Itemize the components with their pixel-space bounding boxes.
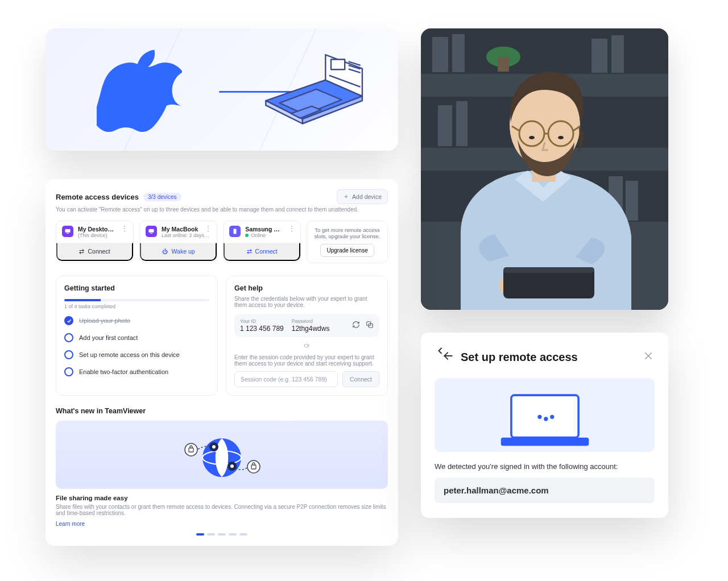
task-item[interactable]: Upload your photo <box>64 316 209 325</box>
kebab-icon[interactable]: ⋮ <box>121 226 127 231</box>
news-body: Share files with your contacts or grant … <box>56 504 388 516</box>
device-sub: (This device) <box>78 233 116 238</box>
svg-point-59 <box>550 415 554 419</box>
svg-point-47 <box>230 464 234 468</box>
circle-icon <box>64 333 73 342</box>
your-id-label: Your ID <box>240 318 284 324</box>
carousel-pager[interactable] <box>56 533 388 536</box>
whats-new-section: What's new in TeamViewer <box>56 407 388 536</box>
session-helper-text: Enter the session code provided by your … <box>234 354 379 367</box>
device-card: My Desktop PC (This device) ⋮ ⇄ Connect <box>56 221 134 263</box>
svg-rect-19 <box>438 105 452 146</box>
mobile-icon <box>229 226 241 237</box>
device-name: Samsung Galaxy… <box>245 226 283 233</box>
device-action-label: Connect <box>255 248 278 255</box>
password-label: Password <box>292 318 330 324</box>
pager-dot[interactable] <box>196 533 204 536</box>
svg-point-33 <box>529 136 535 139</box>
svg-rect-36 <box>67 233 69 234</box>
add-device-button[interactable]: ＋ Add device <box>337 189 388 204</box>
close-icon[interactable] <box>643 351 655 363</box>
upgrade-license-button[interactable]: Upgrade license <box>320 244 374 257</box>
svg-rect-28 <box>503 267 594 273</box>
password-value: 12thg4wdws <box>292 325 330 333</box>
upgrade-text: To get more remote access slots, upgrade… <box>313 227 382 239</box>
progress-fill <box>64 299 101 301</box>
your-id-value: 1 123 456 789 <box>240 325 284 333</box>
task-label: Enable two-factor authentication <box>79 368 168 375</box>
dashboard-card: Remote access devices 3/3 devices ＋ Add … <box>46 179 398 546</box>
pager-dot[interactable] <box>207 533 215 536</box>
svg-point-45 <box>212 445 216 449</box>
pager-dot[interactable] <box>229 533 237 536</box>
power-icon: ⏻ <box>162 248 168 255</box>
svg-point-58 <box>544 417 548 421</box>
swap-icon: ⇄ <box>79 248 84 255</box>
getting-started-title: Getting started <box>64 284 209 292</box>
copy-icon[interactable] <box>366 321 374 330</box>
svg-rect-55 <box>511 395 578 438</box>
detected-email: peter.hallman@acme.com <box>435 478 655 503</box>
setup-remote-access-modal: Set up remote access We detected you're … <box>421 333 668 518</box>
back-arrow-icon[interactable] <box>442 350 454 364</box>
device-sub: Last online: 2 days… <box>162 233 200 238</box>
device-connect-button[interactable]: ⇄ Connect <box>56 243 133 261</box>
progress-caption: 1 of 4 tasks completed <box>64 304 209 309</box>
get-help-panel: Get help Share the credentials below wit… <box>226 276 388 396</box>
setup-title: Set up remote access <box>461 351 636 364</box>
svg-rect-24 <box>498 57 509 72</box>
task-item[interactable]: Add your first contact <box>64 333 209 342</box>
device-connect-button[interactable]: ⇄ Connect <box>224 243 300 261</box>
session-connect-button[interactable]: Connect <box>342 371 379 387</box>
remote-access-subtitle: You can activate "Remote access" on up t… <box>56 206 388 213</box>
svg-rect-15 <box>432 37 448 72</box>
device-cards-row: My Desktop PC (This device) ⋮ ⇄ Connect … <box>56 221 388 263</box>
news-headline: File sharing made easy <box>56 495 388 501</box>
check-circle-icon <box>64 316 73 325</box>
task-item[interactable]: Enable two-factor authentication <box>64 367 209 376</box>
getting-started-panel: Getting started 1 of 4 tasks completed U… <box>56 276 218 396</box>
setup-illustration <box>435 378 655 452</box>
setup-detected-text: We detected you're signed in with the fo… <box>435 462 655 471</box>
kebab-icon[interactable]: ⋮ <box>288 226 295 231</box>
device-action-label: Wake up <box>172 248 195 255</box>
svg-rect-16 <box>452 34 465 72</box>
device-action-label: Connect <box>88 248 110 255</box>
learn-more-link[interactable]: Learn more <box>56 521 85 527</box>
desktop-icon <box>62 226 73 237</box>
svg-rect-17 <box>592 39 607 73</box>
online-indicator-icon <box>245 234 249 237</box>
laptop-icon <box>247 48 367 139</box>
svg-rect-18 <box>611 35 624 73</box>
kebab-icon[interactable]: ⋮ <box>204 226 211 231</box>
svg-rect-49 <box>247 460 260 473</box>
device-card: My MacBook Last online: 2 days… ⋮ ⏻ Wake… <box>139 221 217 263</box>
pager-dot[interactable] <box>239 533 247 536</box>
refresh-icon[interactable] <box>352 321 360 330</box>
lifestyle-photo <box>421 28 668 310</box>
get-help-title: Get help <box>234 284 379 292</box>
upgrade-card: To get more remote access slots, upgrade… <box>307 221 388 263</box>
apple-logo-icon <box>97 48 182 139</box>
svg-rect-22 <box>626 181 638 221</box>
device-sub: Online <box>245 233 283 238</box>
task-item[interactable]: Set up remote access on this device <box>64 350 209 359</box>
plus-icon: ＋ <box>343 193 349 201</box>
svg-rect-39 <box>234 229 237 234</box>
desktop-icon <box>146 226 157 237</box>
device-card: Samsung Galaxy… Online ⋮ ⇄ Connect <box>223 221 301 263</box>
device-wakeup-button[interactable]: ⏻ Wake up <box>140 243 217 261</box>
session-code-input[interactable] <box>234 371 338 387</box>
or-divider: Or <box>234 343 379 348</box>
whats-new-title: What's new in TeamViewer <box>56 407 388 415</box>
whats-new-illustration <box>56 421 388 489</box>
svg-rect-56 <box>500 438 589 446</box>
svg-rect-4 <box>331 59 345 69</box>
task-label: Add your first contact <box>79 334 138 341</box>
svg-rect-48 <box>185 443 197 456</box>
device-name: My MacBook <box>162 226 200 233</box>
swap-icon: ⇄ <box>247 248 252 255</box>
pager-dot[interactable] <box>218 533 226 536</box>
get-help-subtitle: Share the credentials below with your ex… <box>234 296 379 308</box>
task-list: Upload your photo Add your first contact… <box>64 316 209 376</box>
